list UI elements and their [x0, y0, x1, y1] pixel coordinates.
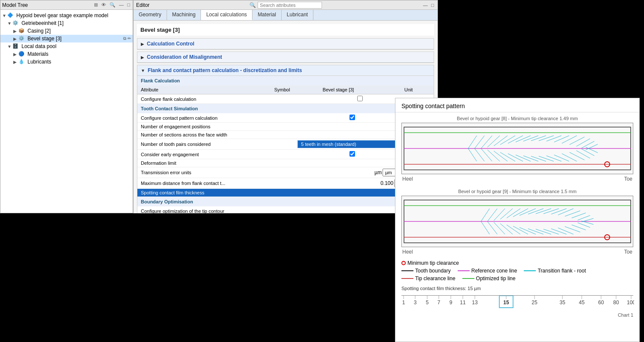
val-trans-error: µm µmarcsec: [294, 167, 410, 178]
col-value: Bevel stage [3]: [319, 85, 401, 94]
tree-icon-root: 🔷: [7, 12, 15, 18]
tabs-bar: Geometry Machining Local calculations Ma…: [134, 10, 437, 21]
val-deform-limit: 0.600: [294, 159, 410, 167]
tree-item-casing[interactable]: ▶ 📦 Casing [2] ⧉ ✏: [0, 27, 133, 35]
gear8-toe-label: Toe: [624, 176, 632, 182]
tree-icon-bevel: ⚙️: [18, 36, 26, 42]
legend-section: Minimum tip clearance Tooth boundary Ref…: [395, 257, 639, 285]
editor-minimize-icon[interactable]: —: [422, 3, 428, 8]
copy-icon-casing[interactable]: ⧉: [123, 28, 126, 33]
section-flank-contact: ▼ Flank and contact pattern calculation …: [137, 65, 434, 213]
search-input[interactable]: [258, 2, 322, 9]
svg-text:5: 5: [426, 300, 429, 306]
legend-row-2: Tooth boundary Reference cone line Trans…: [401, 268, 633, 274]
legend-transition-flank: Transition flank - root: [524, 268, 586, 274]
chart-label: Chart 1: [401, 312, 633, 318]
maximize-icon[interactable]: □: [126, 2, 131, 8]
tree-item-bevelstage[interactable]: ▶ ⚙️ Bevel stage [3] ⧉ ✏: [0, 35, 133, 42]
svg-text:35: 35: [559, 300, 565, 306]
attr-sections-face: Number of sections across the face width: [137, 131, 283, 139]
svg-text:9: 9: [450, 300, 453, 306]
table-row: Consider early engagement: [137, 150, 434, 159]
gear9-toe-label: Toe: [624, 249, 632, 255]
symbol-configure-flank: [271, 94, 319, 104]
search-icon[interactable]: 🔍: [109, 2, 116, 8]
table-row: Transmission error units µm µmarcsec: [137, 167, 434, 178]
tree-item-localdatapool[interactable]: ▼ 🗄️ Local data pool: [0, 42, 133, 50]
attr-tooth-pairs: Number of tooth pairs considered: [137, 139, 283, 150]
tab-local-calculations[interactable]: Local calculations: [201, 10, 252, 20]
tree-content: ▼ 🔷 Hypoid bevel gear stage example mode…: [0, 10, 133, 67]
subsection-header-boundary: Boundary Optimisation: [137, 197, 434, 206]
legend-tip-clearance-label: Tip clearance line: [415, 275, 456, 281]
tab-machining[interactable]: Machining: [167, 10, 201, 20]
symbol-engagement-pos: [283, 123, 294, 131]
edit-icon-casing[interactable]: ✏: [128, 28, 131, 33]
checkbox-configure-flank[interactable]: [357, 96, 363, 101]
legend-optimized-tip-label: Optimized tip line: [476, 275, 516, 281]
select-tooth-pairs[interactable]: 5 teeth in mesh (standard) 3 teeth in me…: [298, 140, 407, 148]
tab-geometry[interactable]: Geometry: [134, 10, 167, 20]
val-configure-contact: [294, 113, 410, 123]
col-unit: Unit: [401, 85, 434, 94]
tab-lubricant[interactable]: Lubricant: [282, 10, 313, 20]
gear8-heel-label: Heel: [402, 176, 413, 182]
checkbox-early-engage[interactable]: [349, 151, 355, 157]
tree-arrow-lub: ▶: [13, 60, 18, 64]
eye-icon[interactable]: 👁: [100, 2, 107, 8]
svg-text:25: 25: [532, 300, 538, 306]
tree-arrow-root: ▼: [2, 13, 7, 18]
legend-tip-clearance: Tip clearance line: [401, 275, 456, 281]
table-row: Number of engagement positions 25: [137, 123, 434, 131]
tree-icon-ldp: 🗄️: [12, 43, 20, 49]
edit-icon-gett[interactable]: ✏: [128, 21, 131, 26]
collapsible-header-flank[interactable]: ▼ Flank and contact pattern calculation …: [137, 65, 434, 76]
legend-tooth-boundary-label: Tooth boundary: [415, 268, 451, 274]
tab-material[interactable]: Material: [252, 10, 282, 20]
collapsible-header-mis[interactable]: ▶ Consideration of Misalignment: [137, 52, 434, 63]
trans-error-val: µm: [374, 169, 382, 176]
gear9-section: Bevel or hypoid gear [9] - Minimum tip c…: [395, 185, 639, 257]
tree-arrow-ldp: ▼: [7, 44, 12, 49]
tree-item-getriebeeinheit[interactable]: ▼ ⚙️ Getriebeeinheit [1] ⧉ ✏: [0, 19, 133, 27]
gear8-section: Bevel or hypoid gear [8] - Minimum tip c…: [395, 112, 639, 184]
editor-maximize-icon[interactable]: □: [430, 3, 435, 8]
editor-header-icons: — □: [422, 3, 435, 8]
table-row: Deformation limit 0.600 mm: [137, 159, 434, 167]
grid-icon[interactable]: ⊞: [93, 2, 99, 8]
tree-label-root: Hypoid bevel gear stage example model: [16, 12, 108, 18]
max-dist-val: 0.100: [380, 180, 393, 186]
tree-item-root[interactable]: ▼ 🔷 Hypoid bevel gear stage example mode…: [0, 12, 133, 19]
collapsible-header-calc[interactable]: ▶ Calculation Control: [137, 39, 434, 49]
gear8-svg: [402, 123, 633, 174]
symbol-spotting: [283, 189, 294, 197]
attr-engagement-pos: Number of engagement positions: [137, 123, 283, 131]
svg-text:3: 3: [414, 300, 417, 306]
svg-text:60: 60: [598, 300, 604, 306]
arrow-flank: ▼: [141, 68, 145, 73]
title-mis: Consideration of Misalignment: [147, 54, 222, 60]
copy-icon-gett[interactable]: ⧉: [123, 21, 126, 26]
svg-text:13: 13: [472, 300, 478, 306]
subsection-header-flank-calc: Flank Calculation: [137, 76, 434, 85]
tree-label-bevel: Bevel stage [3]: [27, 36, 61, 42]
legend-optimized-tip: Optimized tip line: [462, 275, 516, 281]
attr-deform-limit: Deformation limit: [137, 159, 283, 167]
arrow-mis: ▶: [141, 55, 144, 60]
tree-item-materials[interactable]: ▶ 🔵 Materials: [0, 50, 133, 58]
svg-text:80: 80: [613, 300, 619, 306]
checkbox-configure-contact[interactable]: [349, 115, 355, 120]
minimize-icon[interactable]: —: [118, 2, 125, 8]
legend-circle-icon: [401, 261, 406, 265]
tree-item-lubricants[interactable]: ▶ 💧 Lubricants: [0, 58, 133, 66]
attr-spotting: Spotting contact film thickness: [137, 189, 283, 197]
legend-tooth-boundary-line: [401, 270, 413, 271]
flank-body: Flank Calculation Attribute Symbol Bevel…: [137, 76, 434, 213]
attr-trans-error: Transmission error units: [137, 167, 283, 178]
copy-icon-bevel[interactable]: ⧉: [123, 36, 126, 41]
table-row: Configure flank calculation: [137, 94, 434, 104]
tree-label-mat: Materials: [27, 51, 49, 57]
spotting-panel: Spotting contact pattern Bevel or hypoid…: [395, 98, 640, 342]
symbol-configure-opt: [367, 206, 385, 213]
edit-icon-bevel[interactable]: ✏: [128, 36, 131, 41]
